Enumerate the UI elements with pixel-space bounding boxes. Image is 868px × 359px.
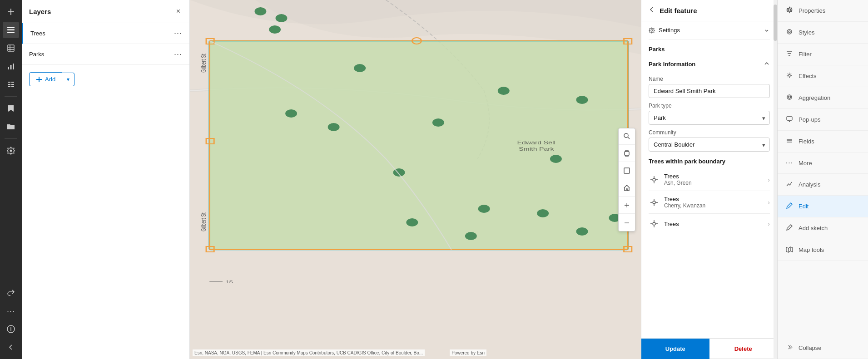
toolbar-info[interactable]: i bbox=[3, 321, 19, 337]
scrollbar-thumb[interactable] bbox=[774, 5, 777, 41]
sidebar-add-sketch-label: Add sketch bbox=[799, 225, 828, 231]
sidebar-effects-label: Effects bbox=[799, 73, 817, 79]
svg-point-80 bbox=[787, 30, 792, 34]
sidebar-analysis-label: Analysis bbox=[799, 181, 820, 188]
toolbar-collapse[interactable] bbox=[3, 339, 19, 355]
svg-rect-9 bbox=[8, 67, 9, 69]
toolbar-add[interactable] bbox=[3, 4, 19, 20]
layer-parks-name: Parks bbox=[29, 51, 44, 58]
sidebar-item-more[interactable]: ··· More bbox=[778, 152, 868, 174]
svg-point-56 bbox=[624, 133, 628, 138]
delete-button[interactable]: Delete bbox=[709, 339, 778, 359]
svg-text:Gilbert St: Gilbert St bbox=[200, 212, 207, 231]
more-icon: ··· bbox=[785, 159, 794, 167]
map-select-btn[interactable] bbox=[619, 163, 635, 179]
map-search-btn[interactable] bbox=[619, 128, 635, 145]
svg-point-69 bbox=[653, 201, 655, 204]
styles-icon bbox=[785, 28, 794, 37]
sidebar-item-effects[interactable]: Effects bbox=[778, 65, 868, 87]
toolbar-table[interactable] bbox=[3, 40, 19, 56]
edit-panel-body: Settings Parks Park Information Name Par… bbox=[641, 21, 777, 359]
add-sketch-icon bbox=[785, 224, 794, 232]
tree-item-3[interactable]: Trees › bbox=[649, 214, 770, 234]
sidebar-item-styles[interactable]: Styles bbox=[778, 22, 868, 44]
tree-3-name: Trees bbox=[664, 221, 763, 227]
tree-crosshair-icon-2 bbox=[649, 197, 660, 208]
sidebar-collapse-label: Collapse bbox=[799, 344, 822, 351]
svg-rect-14 bbox=[8, 86, 10, 87]
layers-close-button[interactable]: × bbox=[174, 6, 182, 16]
collapse-icon bbox=[785, 344, 794, 352]
sidebar-item-edit[interactable]: Edit bbox=[778, 196, 868, 217]
toolbar-share[interactable] bbox=[3, 285, 19, 301]
layer-item-parks[interactable]: Parks ··· bbox=[22, 44, 189, 65]
powered-by: Powered by Esri bbox=[450, 349, 486, 356]
svg-rect-62 bbox=[625, 222, 629, 223]
park-type-field-label: Park type bbox=[649, 103, 770, 109]
map-area[interactable]: Edward Sell Smith Park Gilbert St Gilber… bbox=[190, 0, 641, 359]
toolbar-charts[interactable] bbox=[3, 58, 19, 74]
tree-item-1[interactable]: Trees Ash, Green › bbox=[649, 168, 770, 191]
sidebar-item-analysis[interactable]: Analysis bbox=[778, 174, 868, 196]
map-print-btn[interactable] bbox=[619, 146, 635, 162]
sidebar-item-properties[interactable]: Properties bbox=[778, 0, 868, 22]
sidebar-item-add-sketch[interactable]: Add sketch bbox=[778, 217, 868, 239]
properties-icon bbox=[785, 6, 794, 15]
tree-item-2[interactable]: Trees Cherry, Kwanzan › bbox=[649, 191, 770, 214]
add-layer-button[interactable]: Add bbox=[29, 72, 62, 86]
map-home-btn[interactable] bbox=[619, 180, 635, 197]
svg-point-83 bbox=[787, 95, 792, 99]
toolbar-settings[interactable] bbox=[3, 143, 19, 159]
sidebar-item-aggregation[interactable]: Aggregation bbox=[778, 87, 868, 109]
svg-point-81 bbox=[789, 31, 790, 33]
svg-point-48 bbox=[576, 227, 588, 236]
tree-2-arrow-icon: › bbox=[768, 199, 770, 206]
effects-icon bbox=[785, 72, 794, 80]
sidebar-item-filter[interactable]: Filter bbox=[778, 44, 868, 65]
toolbar-layers[interactable] bbox=[3, 22, 19, 38]
edit-panel-header: Edit feature bbox=[641, 0, 777, 21]
park-info-title: Park Information bbox=[649, 55, 695, 71]
svg-point-40 bbox=[576, 96, 588, 104]
tree-crosshair-icon-1 bbox=[649, 174, 660, 185]
svg-point-37 bbox=[285, 109, 297, 118]
layer-trees-more[interactable]: ··· bbox=[174, 29, 182, 38]
park-info-collapse-icon[interactable] bbox=[764, 60, 770, 67]
sidebar-item-collapse[interactable]: Collapse bbox=[778, 337, 868, 359]
toolbar-separator-2 bbox=[5, 138, 17, 139]
svg-text:Gilbert St: Gilbert St bbox=[200, 54, 207, 73]
toolbar-more[interactable]: ··· bbox=[3, 303, 19, 319]
svg-rect-2 bbox=[7, 27, 15, 28]
tree-2-sub: Cherry, Kwanzan bbox=[664, 202, 763, 209]
map-zoom-in-btn[interactable] bbox=[619, 197, 635, 214]
svg-point-46 bbox=[406, 218, 418, 226]
layer-item-trees[interactable]: Trees ··· bbox=[22, 23, 189, 44]
svg-rect-17 bbox=[11, 86, 14, 87]
edit-panel-footer: Update Delete bbox=[641, 338, 777, 359]
tree-1-sub: Ash, Green bbox=[664, 180, 763, 186]
layer-parks-more[interactable]: ··· bbox=[174, 49, 182, 59]
layer-trees-name: Trees bbox=[30, 30, 45, 37]
svg-rect-11 bbox=[13, 64, 14, 69]
toolbar-legend[interactable] bbox=[3, 76, 19, 93]
park-type-select[interactable]: Park Trail Open Space Recreation Center bbox=[649, 111, 770, 125]
svg-line-57 bbox=[628, 137, 630, 139]
sidebar-item-popups[interactable]: Pop-ups bbox=[778, 109, 868, 131]
toolbar-folders[interactable] bbox=[3, 118, 19, 135]
right-sidebar: Properties Styles Filter Effects Aggrega… bbox=[777, 0, 868, 359]
update-button[interactable]: Update bbox=[641, 339, 709, 359]
edit-back-button[interactable] bbox=[649, 6, 655, 15]
sidebar-item-map-tools[interactable]: Map tools bbox=[778, 239, 868, 261]
toolbar-bookmarks[interactable] bbox=[3, 100, 19, 117]
svg-rect-16 bbox=[11, 84, 14, 85]
sidebar-item-fields[interactable]: Fields bbox=[778, 131, 868, 152]
name-field-input[interactable] bbox=[649, 84, 770, 98]
tree-crosshair-icon-3 bbox=[649, 218, 660, 229]
svg-point-41 bbox=[432, 118, 444, 127]
svg-point-18 bbox=[10, 150, 12, 152]
settings-row[interactable]: Settings bbox=[649, 21, 770, 39]
add-dropdown-button[interactable]: ▾ bbox=[62, 73, 74, 86]
app-toolbar: ··· i bbox=[0, 0, 22, 359]
map-zoom-out-btn[interactable] bbox=[619, 215, 635, 231]
community-select[interactable]: Central Boulder North Boulder South Boul… bbox=[649, 138, 770, 152]
